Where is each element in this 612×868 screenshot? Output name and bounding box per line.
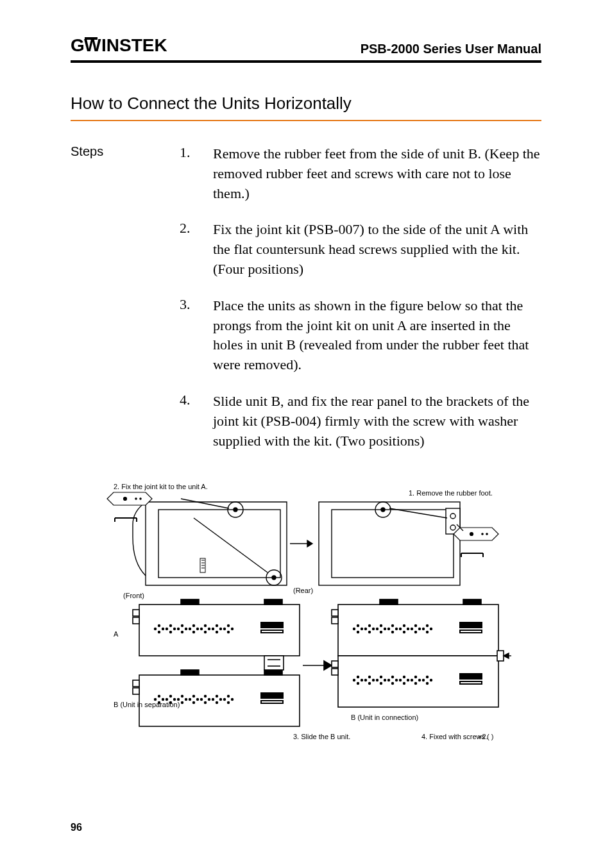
svg-point-43 [173, 628, 176, 630]
svg-point-48 [189, 628, 191, 630]
svg-point-44 [177, 628, 180, 630]
svg-point-162 [403, 682, 405, 685]
svg-rect-172 [460, 674, 482, 679]
svg-point-147 [361, 679, 363, 681]
svg-point-97 [219, 698, 222, 701]
svg-point-160 [399, 679, 402, 681]
fig-label-unitB-con: B (Unit in connection) [351, 714, 418, 721]
svg-point-156 [387, 679, 390, 681]
svg-point-47 [185, 628, 187, 630]
svg-point-38 [158, 631, 160, 633]
manual-title: PSB-2000 Series User Manual [361, 42, 541, 56]
svg-rect-141 [332, 610, 338, 616]
svg-point-122 [384, 628, 386, 630]
svg-point-128 [403, 624, 405, 627]
fig-label-rear: (Rear) [293, 587, 313, 594]
svg-point-131 [411, 628, 413, 630]
svg-rect-102 [261, 693, 283, 698]
svg-point-41 [169, 624, 172, 627]
svg-point-136 [426, 624, 429, 627]
fig-label-times2: ×2. [478, 733, 488, 740]
svg-point-134 [418, 628, 421, 630]
svg-rect-175 [332, 669, 338, 675]
svg-point-36 [154, 628, 157, 630]
svg-rect-64 [261, 622, 283, 628]
fig-label-unitA: A [114, 630, 119, 638]
svg-point-159 [395, 679, 398, 681]
svg-rect-70 [264, 670, 282, 675]
svg-rect-4 [158, 510, 280, 578]
svg-point-130 [407, 628, 409, 630]
svg-point-92 [204, 701, 207, 704]
svg-point-135 [422, 628, 425, 630]
svg-point-13 [140, 498, 141, 499]
svg-rect-104 [133, 680, 139, 687]
svg-point-63 [231, 628, 234, 630]
svg-point-138 [430, 628, 432, 630]
svg-point-123 [387, 628, 390, 630]
svg-marker-178 [504, 653, 509, 658]
svg-point-83 [181, 695, 183, 697]
svg-point-39 [162, 628, 164, 630]
step-item: 1. Remove the rubber feet from the side … [180, 144, 541, 203]
svg-point-79 [169, 695, 172, 697]
section-heading: How to Connect the Units Horizontally [71, 94, 541, 121]
svg-point-171 [430, 679, 432, 681]
step-number: 4. [180, 392, 213, 408]
svg-point-54 [204, 631, 207, 633]
steps-block: Steps 1. Remove the rubber feet from the… [71, 144, 541, 467]
svg-point-124 [391, 624, 394, 627]
svg-point-157 [391, 676, 394, 678]
svg-point-29 [470, 533, 473, 536]
svg-point-90 [200, 698, 203, 701]
svg-point-125 [391, 631, 394, 633]
svg-rect-2 [85, 37, 98, 40]
svg-rect-71 [264, 656, 284, 670]
svg-point-12 [135, 498, 137, 499]
svg-rect-105 [133, 688, 139, 694]
svg-point-118 [372, 628, 375, 630]
svg-point-62 [227, 631, 230, 633]
svg-rect-67 [133, 617, 139, 624]
page-header: G W INSTEK PSB-2000 Series User Manual [71, 35, 541, 63]
svg-point-11 [124, 497, 127, 501]
page-number: 96 [71, 822, 82, 833]
svg-point-56 [212, 628, 214, 630]
fig-label-step3: 3. Slide the B unit. [293, 733, 350, 740]
svg-point-151 [372, 679, 375, 681]
svg-rect-66 [133, 610, 139, 616]
svg-point-87 [192, 695, 195, 697]
svg-marker-107 [324, 661, 332, 670]
step-number: 3. [180, 296, 213, 313]
svg-point-91 [204, 695, 207, 697]
svg-text:INSTEK: INSTEK [101, 35, 167, 55]
svg-point-37 [158, 624, 160, 627]
svg-rect-110 [463, 599, 481, 605]
step-text: Place the units as shown in the figure b… [213, 296, 541, 375]
svg-marker-20 [307, 540, 312, 547]
svg-line-10 [194, 518, 268, 572]
fig-label-step2: 2. Fix the joint kit to the unit A. [114, 483, 208, 490]
svg-point-93 [208, 698, 210, 701]
svg-point-148 [364, 679, 367, 681]
svg-point-85 [185, 698, 187, 701]
svg-point-53 [204, 624, 207, 627]
svg-point-149 [368, 676, 371, 678]
svg-text:G: G [71, 35, 85, 55]
svg-point-89 [196, 698, 199, 701]
svg-point-42 [169, 631, 172, 633]
svg-point-137 [426, 631, 429, 633]
svg-point-61 [227, 624, 230, 627]
svg-point-95 [216, 695, 218, 697]
step-text: Fix the joint kit (PSB-007) to the side … [213, 220, 541, 279]
svg-point-112 [357, 624, 359, 627]
svg-point-84 [181, 701, 183, 704]
svg-point-165 [414, 676, 417, 678]
svg-point-117 [368, 631, 371, 633]
svg-point-94 [212, 698, 214, 701]
svg-rect-35 [264, 599, 282, 605]
svg-point-40 [166, 628, 168, 630]
svg-point-50 [192, 631, 195, 633]
svg-point-100 [227, 701, 230, 704]
svg-point-58 [216, 631, 218, 633]
